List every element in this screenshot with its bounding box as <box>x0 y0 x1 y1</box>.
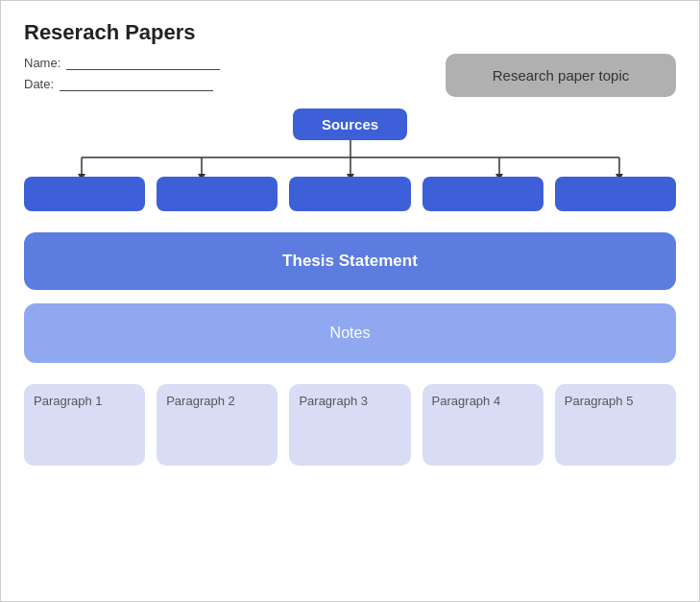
sources-section: Sources <box>24 108 676 211</box>
svg-marker-11 <box>616 174 623 177</box>
page-title: Reserach Papers <box>24 20 676 45</box>
svg-marker-9 <box>347 174 354 177</box>
date-label: Date: <box>24 77 54 91</box>
page: Reserach Papers Name: Date: Research pap… <box>0 0 700 602</box>
svg-marker-8 <box>198 174 205 177</box>
source-box-3[interactable] <box>289 177 410 211</box>
thesis-statement-button[interactable]: Thesis Statement <box>24 232 676 290</box>
svg-marker-10 <box>495 174 503 177</box>
source-box-1[interactable] <box>24 177 145 211</box>
name-input[interactable] <box>66 55 220 70</box>
tree-svg <box>24 140 677 177</box>
sources-button[interactable]: Sources <box>293 108 407 140</box>
paragraph-box-4[interactable]: Paragraph 4 <box>422 384 543 466</box>
svg-marker-7 <box>78 174 85 177</box>
name-label: Name: <box>24 56 60 70</box>
source-box-4[interactable] <box>422 177 543 211</box>
paragraph-box-3[interactable]: Paragraph 3 <box>289 384 410 466</box>
date-input[interactable] <box>60 76 213 91</box>
paragraph-box-5[interactable]: Paragraph 5 <box>555 384 676 466</box>
paragraphs-row: Paragraph 1Paragraph 2Paragraph 3Paragra… <box>24 384 676 466</box>
source-box-2[interactable] <box>157 177 278 211</box>
paragraph-box-1[interactable]: Paragraph 1 <box>24 384 145 466</box>
tree-connector <box>24 140 677 177</box>
source-box-5[interactable] <box>555 177 676 211</box>
notes-button[interactable]: Notes <box>24 303 676 363</box>
paragraph-box-2[interactable]: Paragraph 2 <box>157 384 278 466</box>
source-boxes <box>24 177 676 211</box>
research-topic-button[interactable]: Research paper topic <box>446 54 676 97</box>
